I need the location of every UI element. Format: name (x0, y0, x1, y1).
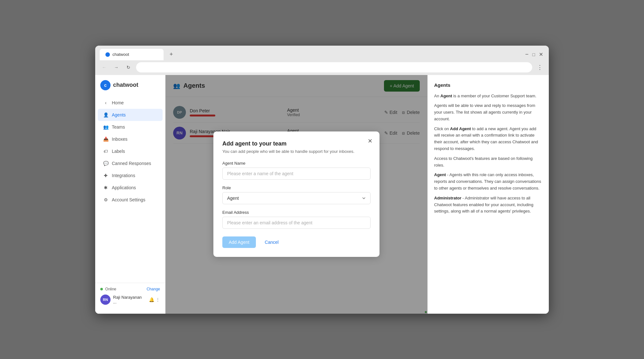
sidebar-item-inboxes[interactable]: 📥 Inboxes (98, 133, 163, 145)
add-agent-modal: Add agent to your team You can add peopl… (213, 131, 379, 257)
sidebar-item-teams[interactable]: 👥 Teams (98, 121, 163, 133)
user-row: RN Raji Narayanan ... 🔔 ⋮ (100, 295, 160, 305)
more-options-icon[interactable]: ⋮ (156, 297, 160, 302)
add-agent-submit-button[interactable]: Add Agent (222, 236, 256, 248)
email-label: Email Address (222, 210, 371, 215)
status-label: Online (105, 287, 116, 291)
account-settings-icon: ⚙ (103, 197, 109, 203)
right-panel-title: Agents (434, 81, 542, 89)
sidebar-agents-label: Agents (112, 112, 126, 117)
modal-subtitle: You can add people who will be able to h… (222, 149, 371, 154)
right-panel-para5: Agent - Agents with this role can only a… (434, 172, 542, 191)
right-panel-para3: Click on Add Agent to add a new agent. A… (434, 126, 542, 152)
sidebar-item-account-settings[interactable]: ⚙ Account Settings (98, 194, 163, 206)
user-avatar: RN (100, 295, 111, 305)
agent-name-input[interactable] (222, 168, 371, 180)
user-name-label: Raji Narayanan ... (113, 295, 146, 304)
inboxes-icon: 📥 (103, 136, 109, 142)
teams-icon: 👥 (103, 124, 109, 130)
main-content: 👥 Agents + Add Agent DP Don Peter A (165, 75, 427, 314)
role-group: Role Agent Administrator (222, 185, 371, 204)
email-input[interactable] (222, 217, 371, 229)
user-action-icons: 🔔 ⋮ (149, 297, 160, 302)
role-label: Role (222, 185, 371, 190)
agents-icon: 👤 (103, 112, 109, 118)
role-select[interactable]: Agent Administrator (222, 192, 371, 204)
sidebar-labels-label: Labels (112, 149, 125, 154)
cancel-button[interactable]: Cancel (260, 236, 284, 248)
sidebar-item-applications[interactable]: ✱ Applications (98, 182, 163, 194)
sidebar: c chatwoot ‹ Home 👤 Agents 👥 Teams 📥 Inb… (95, 75, 165, 314)
tab-favicon (105, 52, 110, 57)
right-panel-para6: Administrator - Administrator will have … (434, 195, 542, 215)
right-panel-para4: Access to Chatwoot's features are based … (434, 155, 542, 169)
sidebar-bottom: Online Change RN Raji Narayanan ... 🔔 ⋮ (95, 283, 165, 309)
close-button[interactable]: ✕ (539, 51, 543, 57)
applications-icon: ✱ (103, 185, 109, 191)
email-group: Email Address (222, 210, 371, 229)
user-status-row: Online Change (100, 287, 160, 291)
modal-title: Add agent to your team (222, 140, 371, 147)
sidebar-applications-label: Applications (112, 185, 136, 190)
right-panel-para1: An Agent is a member of your Customer Su… (434, 93, 542, 100)
sidebar-integrations-label: Integrations (112, 173, 135, 178)
browser-tab[interactable]: chatwoot (100, 49, 164, 60)
right-panel-para2: Agents will be able to view and reply to… (434, 102, 542, 122)
sidebar-inboxes-label: Inboxes (112, 137, 127, 142)
modal-overlay[interactable]: Add agent to your team You can add peopl… (165, 75, 427, 314)
maximize-button[interactable]: □ (533, 52, 535, 57)
agent-name-label: Agent Name (222, 161, 371, 166)
sidebar-item-canned-responses[interactable]: 💬 Canned Responses (98, 157, 163, 169)
logo-text: chatwoot (113, 82, 138, 88)
browser-menu-button[interactable]: ⋮ (535, 63, 544, 72)
tab-label: chatwoot (112, 52, 129, 57)
new-tab-button[interactable]: + (166, 49, 176, 60)
status-dot (100, 288, 103, 290)
sidebar-account-settings-label: Account Settings (112, 197, 145, 202)
labels-icon: 🏷 (103, 148, 109, 154)
sidebar-canned-responses-label: Canned Responses (112, 161, 151, 166)
agent-name-group: Agent Name (222, 161, 371, 180)
modal-close-button[interactable]: ✕ (365, 137, 374, 146)
right-panel: Agents An Agent is a member of your Cust… (427, 75, 549, 314)
sidebar-teams-label: Teams (112, 124, 125, 130)
sidebar-item-labels[interactable]: 🏷 Labels (98, 145, 163, 157)
sidebar-home-label: Home (112, 100, 124, 105)
address-bar[interactable] (136, 62, 532, 72)
change-status-link[interactable]: Change (147, 287, 160, 291)
canned-responses-icon: 💬 (103, 161, 109, 166)
bell-icon[interactable]: 🔔 (149, 297, 154, 302)
logo-icon: c (100, 80, 111, 90)
back-button[interactable]: ← (100, 63, 109, 72)
minimize-button[interactable]: − (525, 51, 529, 58)
logo: c chatwoot (95, 80, 165, 97)
modal-actions: Add Agent Cancel (222, 236, 371, 248)
sidebar-item-agents[interactable]: 👤 Agents (98, 109, 163, 121)
reload-button[interactable]: ↻ (124, 63, 133, 72)
sidebar-item-home[interactable]: ‹ Home (98, 97, 163, 109)
forward-button[interactable]: → (112, 63, 121, 72)
integrations-icon: ✚ (103, 173, 109, 178)
home-icon: ‹ (103, 100, 109, 106)
sidebar-item-integrations[interactable]: ✚ Integrations (98, 169, 163, 182)
